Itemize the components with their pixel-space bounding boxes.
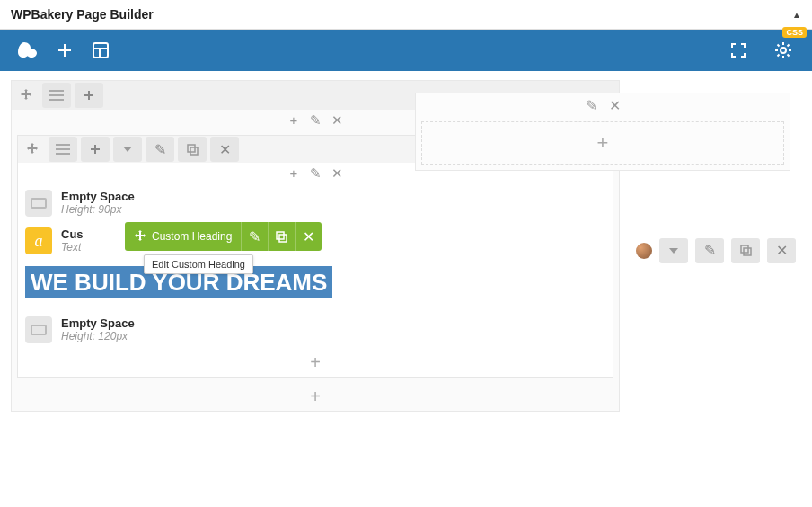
mini-edit-icon[interactable]: ✎ xyxy=(583,97,599,114)
move-inner-row-icon[interactable] xyxy=(18,137,47,162)
element-title: Cus xyxy=(61,227,84,241)
mini-edit-icon[interactable]: ✎ xyxy=(307,165,323,182)
inner-add-icon[interactable] xyxy=(81,137,110,162)
toolbar-drag-handle[interactable]: Custom Heading xyxy=(125,222,241,251)
mini-add-icon[interactable]: + xyxy=(286,112,302,129)
inner-delete-icon[interactable]: ✕ xyxy=(210,137,239,162)
row-append-button[interactable]: + xyxy=(12,383,619,411)
custom-heading-icon: a xyxy=(25,227,52,254)
row-delete-icon[interactable]: ✕ xyxy=(767,238,796,263)
css-badge: CSS xyxy=(782,27,807,38)
canvas: + ✎ ✕ ✎ ✕ + xyxy=(0,71,812,430)
svg-rect-5 xyxy=(279,235,287,242)
heading-preview: WE BUILD YOUR DREAMS xyxy=(25,265,605,300)
settings-button[interactable]: CSS xyxy=(765,32,801,68)
move-row-icon[interactable] xyxy=(12,83,40,108)
inner-clone-icon[interactable] xyxy=(178,137,207,162)
mini-delete-icon[interactable]: ✕ xyxy=(329,165,345,182)
row-toggle-icon[interactable] xyxy=(659,238,688,263)
templates-button[interactable] xyxy=(83,32,119,68)
toolbar-label: Custom Heading xyxy=(152,230,232,243)
svg-rect-7 xyxy=(744,248,751,255)
element-subtitle: Text xyxy=(61,241,84,254)
right-col-mini-toolbar: ✎ ✕ xyxy=(416,93,790,116)
element-custom-heading[interactable]: a Cus Text Custom Heading ✎ xyxy=(18,222,613,260)
svg-rect-4 xyxy=(277,232,284,239)
inner-append-button[interactable]: + xyxy=(18,349,613,377)
element-empty-space-1[interactable]: Empty Space Height: 90px xyxy=(18,184,613,222)
svg-point-1 xyxy=(781,48,786,53)
edit-tooltip: Edit Custom Heading xyxy=(144,254,253,274)
mini-delete-icon[interactable]: ✕ xyxy=(329,112,345,129)
fullscreen-button[interactable] xyxy=(720,32,756,68)
element-title: Empty Space xyxy=(61,190,135,203)
row-edit-icon[interactable]: ✎ xyxy=(695,238,724,263)
element-subtitle: Height: 90px xyxy=(61,203,135,216)
empty-space-icon xyxy=(25,316,52,343)
mini-add-icon[interactable]: + xyxy=(286,165,302,182)
element-empty-space-2[interactable]: Empty Space Height: 120px xyxy=(18,311,613,349)
main-toolbar: CSS xyxy=(0,30,812,71)
toolbar-clone-button[interactable] xyxy=(268,222,295,251)
element-title: Empty Space xyxy=(61,316,135,330)
toolbar-delete-button[interactable]: ✕ xyxy=(295,222,322,251)
mini-edit-icon[interactable]: ✎ xyxy=(307,112,323,129)
collapse-icon[interactable]: ▲ xyxy=(792,10,801,20)
empty-drop-area[interactable]: + xyxy=(421,121,784,165)
element-subtitle: Height: 120px xyxy=(61,330,135,342)
element-hover-toolbar: Custom Heading ✎ ✕ xyxy=(125,222,322,251)
inner-toggle-icon[interactable] xyxy=(113,137,142,162)
panel-title: WPBakery Page Builder xyxy=(11,7,154,22)
svg-rect-3 xyxy=(190,147,198,155)
author-avatar[interactable] xyxy=(636,243,652,259)
panel-titlebar: WPBakery Page Builder ▲ xyxy=(0,0,812,30)
inner-edit-icon[interactable]: ✎ xyxy=(146,137,174,162)
mini-delete-icon[interactable]: ✕ xyxy=(606,97,622,114)
inner-layout-icon[interactable] xyxy=(49,137,77,162)
row-right-column: ✎ ✕ + xyxy=(415,93,790,171)
toolbar-edit-button[interactable]: ✎ xyxy=(241,222,268,251)
row-layout-icon[interactable] xyxy=(42,83,71,108)
svg-rect-6 xyxy=(741,245,748,253)
add-element-button[interactable] xyxy=(47,32,83,68)
svg-rect-2 xyxy=(188,145,195,152)
row-add-icon[interactable] xyxy=(75,83,103,108)
logo-icon[interactable] xyxy=(11,32,47,68)
empty-space-icon xyxy=(25,190,52,217)
row-clone-icon[interactable] xyxy=(731,238,760,263)
